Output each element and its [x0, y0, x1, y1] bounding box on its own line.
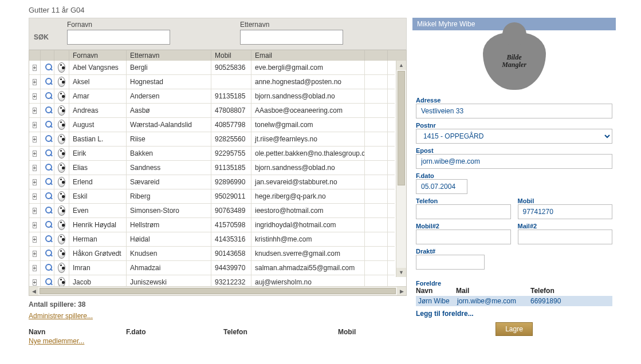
- scroll-up-icon[interactable]: ▲: [396, 61, 406, 70]
- table-row[interactable]: +Abel VangsnesBergli90525836eve.bergli@g…: [29, 61, 395, 75]
- magnifier-icon[interactable]: [44, 177, 50, 187]
- table-row[interactable]: +EirikBakken92295755ole.petter.bakken@no…: [29, 147, 395, 161]
- expand-icon[interactable]: +: [33, 236, 37, 243]
- mobil-input[interactable]: [518, 204, 613, 219]
- football-icon[interactable]: [58, 220, 65, 230]
- magnifier-icon[interactable]: [44, 149, 50, 158]
- table-row[interactable]: +JacobJuniszewski93212232auj@wiersholm.n…: [29, 275, 395, 286]
- football-icon[interactable]: [58, 134, 65, 144]
- magnifier-icon[interactable]: [44, 206, 50, 215]
- table-row[interactable]: +ErlendSævareid92896990jan.sevareid@stab…: [29, 175, 395, 189]
- scroll-down-icon[interactable]: ▼: [396, 268, 406, 277]
- vertical-scrollbar[interactable]: ▲ ▼: [396, 61, 406, 277]
- magnifier-icon[interactable]: [44, 134, 50, 144]
- drakt-input[interactable]: [416, 255, 485, 270]
- cell-lastname: Sandness: [127, 161, 211, 175]
- magnifier-icon[interactable]: [44, 220, 50, 230]
- football-icon[interactable]: [58, 277, 65, 286]
- football-icon[interactable]: [58, 234, 65, 244]
- magnifier-icon[interactable]: [44, 63, 50, 72]
- magnifier-icon[interactable]: [44, 92, 50, 101]
- cell-email: hege.riberg@q-park.no: [251, 189, 365, 203]
- fdato-input[interactable]: [416, 179, 467, 194]
- col-header-mobile[interactable]: Mobil: [211, 50, 251, 61]
- telefon-input[interactable]: [416, 204, 511, 219]
- table-row[interactable]: +Henrik HøydalHellstrøm41570598ingridhoy…: [29, 218, 395, 232]
- table-row[interactable]: +Bastian L.Riise92825560jt.riise@fearnle…: [29, 132, 395, 147]
- firstname-input[interactable]: [67, 30, 170, 45]
- football-icon[interactable]: [58, 205, 65, 216]
- expand-icon[interactable]: +: [33, 151, 37, 157]
- table-row[interactable]: +AkselHognestadanne.hognestad@posten.no: [29, 75, 395, 89]
- table-row[interactable]: +AmarAndersen91135185bjorn.sandness@obla…: [29, 89, 395, 104]
- admin-players-link[interactable]: Administrer spillere...: [29, 312, 93, 320]
- magnifier-icon[interactable]: [44, 106, 50, 115]
- magnifier-icon[interactable]: [44, 192, 50, 201]
- table-row[interactable]: +EskilRiberg95029011hege.riberg@q-park.n…: [29, 189, 395, 204]
- football-icon[interactable]: [58, 163, 65, 173]
- magnifier-icon[interactable]: [44, 249, 50, 258]
- football-icon[interactable]: [58, 77, 65, 87]
- football-icon[interactable]: [58, 62, 65, 73]
- table-row[interactable]: +HermanHøidal41435316kristinhh@me.com: [29, 232, 395, 247]
- expand-icon[interactable]: +: [33, 79, 37, 85]
- cell-mobile: 90525836: [211, 61, 251, 74]
- scroll-thumb[interactable]: [398, 71, 405, 185]
- expand-icon[interactable]: +: [33, 193, 37, 200]
- expand-icon[interactable]: +: [33, 122, 37, 128]
- add-parent-link[interactable]: Legg til foreldre...: [416, 310, 612, 318]
- magnifier-icon[interactable]: [44, 278, 50, 286]
- expand-icon[interactable]: +: [33, 165, 37, 171]
- new-members-link[interactable]: Nye medlemmer...: [29, 337, 84, 345]
- scroll-left-icon[interactable]: ◀: [29, 287, 38, 295]
- football-icon[interactable]: [58, 248, 65, 259]
- football-icon[interactable]: [58, 191, 65, 201]
- expand-icon[interactable]: +: [33, 251, 37, 257]
- table-row[interactable]: +ImranAhmadzai94439970salman.ahmadzai55@…: [29, 261, 395, 275]
- football-icon[interactable]: [58, 120, 65, 130]
- expand-icon[interactable]: +: [33, 265, 37, 271]
- magnifier-icon[interactable]: [44, 235, 50, 244]
- cell-email: AAasboe@oceaneering.com: [251, 104, 365, 117]
- mail2-input[interactable]: [518, 230, 613, 244]
- football-icon[interactable]: [58, 177, 65, 187]
- cell-lastname: Knudsen: [127, 247, 211, 260]
- table-row[interactable]: +EvenSimonsen-Storo90763489ieestoro@hotm…: [29, 204, 395, 218]
- expand-icon[interactable]: +: [33, 93, 37, 100]
- cell-firstname: Henrik Høydal: [69, 218, 127, 232]
- expand-icon[interactable]: +: [33, 108, 37, 114]
- expand-icon[interactable]: +: [33, 179, 37, 185]
- adresse-input[interactable]: [416, 104, 612, 118]
- expand-icon[interactable]: +: [33, 222, 37, 228]
- magnifier-icon[interactable]: [44, 77, 50, 86]
- col-header-firstname[interactable]: Fornavn: [69, 50, 127, 61]
- magnifier-icon[interactable]: [44, 263, 50, 272]
- expand-icon[interactable]: +: [33, 279, 37, 286]
- col-header-email[interactable]: Email: [251, 50, 365, 61]
- col-header-lastname[interactable]: Etternavn: [127, 50, 211, 61]
- football-icon[interactable]: [58, 263, 65, 273]
- horizontal-scrollbar[interactable]: ◀ ▶: [29, 286, 406, 295]
- table-row[interactable]: +Håkon GrøtvedtKnudsen90143658knudsen.sv…: [29, 247, 395, 261]
- magnifier-icon[interactable]: [44, 120, 50, 129]
- cell-lastname: Hellstrøm: [127, 218, 211, 232]
- hscroll-thumb[interactable]: [40, 288, 396, 294]
- lastname-input[interactable]: [240, 30, 343, 45]
- mobil2-input[interactable]: [416, 230, 511, 244]
- table-row[interactable]: +AugustWærstad-Aalandslid40857798tonelw@…: [29, 118, 395, 132]
- postnr-select[interactable]: 1415 - OPPEGÅRD: [416, 129, 612, 144]
- epost-input[interactable]: [416, 154, 612, 169]
- football-icon[interactable]: [58, 105, 65, 116]
- magnifier-icon[interactable]: [44, 163, 50, 172]
- football-icon[interactable]: [58, 148, 65, 159]
- parent-row[interactable]: Jørn Wibe jorn.wibe@me.com 66991890: [416, 296, 612, 306]
- football-icon[interactable]: [58, 91, 65, 101]
- expand-icon[interactable]: +: [33, 136, 37, 143]
- foreldre-label: Foreldre: [416, 280, 612, 287]
- expand-icon[interactable]: +: [33, 208, 37, 214]
- table-row[interactable]: +EliasSandness91135185bjorn.sandness@obl…: [29, 161, 395, 175]
- table-row[interactable]: +AndreasAasbø47808807AAasboe@oceaneering…: [29, 104, 395, 118]
- scroll-right-icon[interactable]: ▶: [397, 287, 406, 295]
- save-button[interactable]: Lagre: [496, 322, 533, 336]
- expand-icon[interactable]: +: [33, 65, 37, 71]
